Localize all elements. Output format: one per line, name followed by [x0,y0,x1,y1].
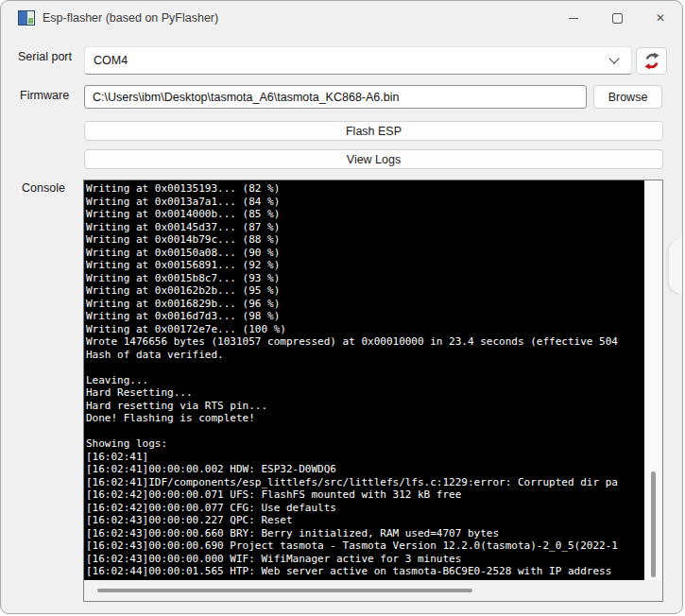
console-line: Writing at 0x0015b8c7... (93 %) [86,272,644,285]
console-vertical-scrollbar[interactable] [644,180,662,580]
console-line: [16:02:42]00:00:00.071 UFS: FlashFS moun… [86,488,644,502]
window-title: Esp-flasher (based on PyFlasher) [43,11,218,25]
console-line: [16:02:43]00:00:00.660 BRY: Berry initia… [86,527,644,540]
firmware-path-value: C:\Users\ibm\Desktop\tasmota_A6\tasmota_… [85,91,399,104]
minimize-button[interactable] [552,1,595,35]
console-line [86,425,644,438]
browse-button[interactable]: Browse [593,85,662,109]
maximize-button[interactable] [595,1,639,35]
app-icon [18,10,35,26]
console-line: Writing at 0x00172e7e... (100 %) [86,323,644,336]
view-logs-button-label: View Logs [347,153,401,166]
console-line: [16:02:44]00:00:01.565 HTP: Web server a… [86,565,644,578]
console-line: Writing at 0x0016d7d3... (98 %) [86,310,644,323]
console-line: Writing at 0x0014000b... (85 %) [86,208,644,221]
console-line: Writing at 0x00162b2b... (95 %) [86,284,644,298]
view-logs-button[interactable]: View Logs [84,149,663,169]
horizontal-scrollbar-thumb[interactable] [97,589,472,592]
console-line: Writing at 0x00156891... (92 %) [86,259,644,272]
firmware-path-input[interactable]: C:\Users\ibm\Desktop\tasmota_A6\tasmota_… [84,85,587,109]
title-bar[interactable]: Esp-flasher (based on PyFlasher) ✕ [1,1,682,35]
browse-button-label: Browse [608,91,648,104]
console-text-area[interactable]: Writing at 0x00135193... (82 %)Writing a… [84,180,644,580]
console-line: Hard resetting via RTS pin... [86,400,644,413]
console-line: Leaving... [86,374,644,387]
app-window: Esp-flasher (based on PyFlasher) ✕ Seria… [0,0,683,614]
console-horizontal-scrollbar[interactable] [84,580,662,601]
close-icon: ✕ [656,12,665,24]
console-line: Writing at 0x0016829b... (96 %) [86,298,644,311]
console-line: Writing at 0x00135193... (82 %) [86,182,644,196]
serial-port-combobox[interactable]: COM4 [84,46,632,75]
flash-esp-button-label: Flash ESP [346,125,402,138]
refresh-ports-button[interactable] [636,47,667,75]
console-line: Writing at 0x00145d37... (87 %) [86,221,644,234]
console-line: Hard Resetting... [86,386,644,400]
console-line: [16:02:43]00:00:00.690 Project tasmota -… [86,539,644,553]
console-line: [16:02:43]00:00:00.227 QPC: Reset [86,514,644,527]
console-label: Console [22,181,65,195]
console-line: [16:02:41]00:00:00.002 HDW: ESP32-D0WDQ6 [86,463,644,476]
serial-port-label: Serial port [18,50,72,63]
refresh-icon [642,52,661,70]
chevron-down-icon [608,53,619,63]
edge-peek-handle [669,239,682,294]
console-line: Writing at 0x0013a7a1... (84 %) [86,196,644,209]
console-line: Done! Flashing is complete! [86,412,644,425]
console-line: [16:02:42]00:00:00.077 CFG: Use defaults [86,502,644,515]
console-line: Writing at 0x00150a08... (90 %) [86,247,644,260]
flash-esp-button[interactable]: Flash ESP [84,121,663,141]
console-line: Writing at 0x0014b79c... (88 %) [86,233,644,247]
minimize-icon [569,18,578,19]
console-line: Hash of data verified. [86,349,644,362]
firmware-label: Firmware [20,89,69,102]
console-line: [16:02:41]IDF/components/esp_littlefs/sr… [86,476,644,489]
vertical-scrollbar-thumb[interactable] [651,471,656,577]
close-button[interactable]: ✕ [639,1,682,35]
console-line: [16:02:43]00:00:00.000 WIF: WifiManager … [86,553,644,566]
console-output[interactable]: Writing at 0x00135193... (82 %)Writing a… [83,180,663,602]
serial-port-value: COM4 [85,54,610,67]
maximize-icon [612,13,623,24]
console-line [86,361,644,374]
console-line: [16:02:41] [86,451,644,464]
console-line: Wrote 1476656 bytes (1031057 compressed)… [86,335,644,349]
console-line: Showing logs: [86,437,644,451]
